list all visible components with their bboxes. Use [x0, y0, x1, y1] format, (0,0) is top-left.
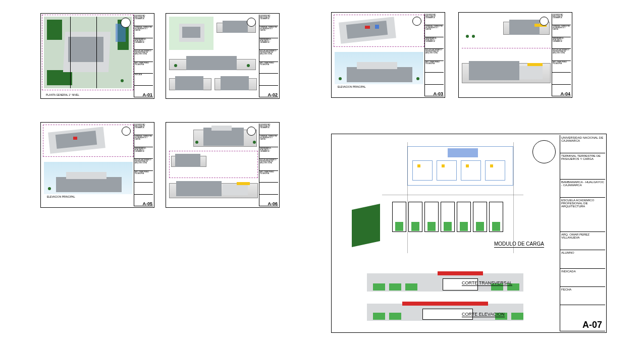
plan-modulo-carga	[352, 146, 544, 251]
titleblock: UNIVERSIDAD NACIONAL DE CAJAMARCA TERMIN…	[560, 135, 605, 331]
sheet-number: A-01	[142, 92, 152, 97]
sheet-a01: PLANTA GENERAL 1° NIVEL UNIVERSIDAD NACI…	[40, 13, 154, 99]
sheet-a03: ELEVACION PRINCIPAL UNIVERSIDAD NACIONAL…	[331, 12, 445, 98]
titleblock: UNIVERSIDAD NACIONAL DE CAJAMARCA TERMIN…	[134, 124, 153, 206]
titleblock: UNIVERSIDAD NACIONAL DE CAJAMARCA TERMIN…	[259, 15, 278, 97]
sheet-number: A-05	[142, 201, 152, 206]
titleblock: UNIVERSIDAD NACIONAL DE CAJAMARCA TERMIN…	[424, 14, 444, 96]
titleblock: UNIVERSIDAD NACIONAL DE CAJAMARCA TERMIN…	[552, 14, 571, 96]
sheet-number: A-06	[267, 201, 278, 206]
sheet-a07: MODULO DE CARGA CORTE TRANSVERSAL CORTE …	[331, 134, 607, 333]
titleblock: UNIVERSIDAD NACIONAL DE CAJAMARCA TERMIN…	[259, 124, 278, 206]
sheet-a04: UNIVERSIDAD NACIONAL DE CAJAMARCA TERMIN…	[458, 12, 572, 98]
label-modulo-carga: MODULO DE CARGA	[494, 241, 544, 248]
label-corte-elevacion: CORTE ELEVACION	[462, 312, 505, 317]
sheet-number: A-07	[582, 320, 602, 330]
sheet-a02: UNIVERSIDAD NACIONAL DE CAJAMARCA TERMIN…	[166, 13, 280, 99]
sheet-title: PLANTA GENERAL 1° NIVEL	[46, 93, 79, 96]
elev-label: ELEVACION PRINCIPAL	[338, 85, 366, 88]
sheet-a06: UNIVERSIDAD NACIONAL DE CAJAMARCA TERMIN…	[166, 122, 280, 208]
elev-label: ELEVACION PRINCIPAL	[47, 195, 75, 198]
label-corte-transversal: CORTE TRANSVERSAL	[462, 280, 512, 286]
sheet-a05: ELEVACION PRINCIPAL UNIVERSIDAD NACIONAL…	[40, 122, 154, 208]
sheet-number: A-04	[560, 91, 570, 96]
sheet-number: A-03	[433, 91, 443, 96]
sheet-number: A-02	[267, 92, 278, 97]
titleblock: UNIVERSIDAD NACIONAL DE CAJAMARCA TERMIN…	[134, 15, 153, 97]
